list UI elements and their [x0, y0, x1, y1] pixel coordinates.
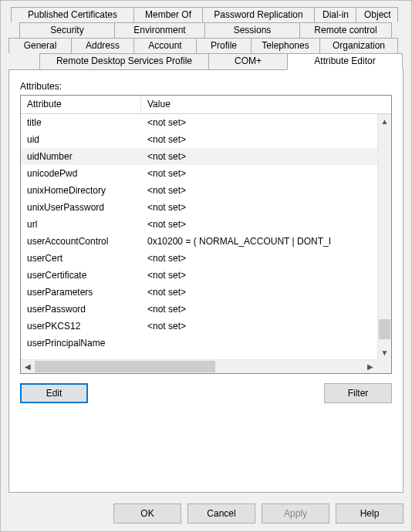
tab-dial-in[interactable]: Dial-in: [314, 7, 356, 22]
listview-body[interactable]: title<not set>uid<not set>uidNumber<not …: [21, 114, 377, 359]
help-button[interactable]: Help: [336, 503, 404, 524]
table-row[interactable]: unixUserPassword<not set>: [21, 199, 377, 216]
apply-button[interactable]: Apply: [262, 503, 329, 524]
horizontal-scrollbar[interactable]: ◀ ▶: [21, 359, 377, 373]
table-row[interactable]: userCert<not set>: [21, 250, 377, 267]
value-cell: <not set>: [141, 168, 377, 179]
attribute-cell: userPKCS12: [21, 321, 141, 332]
tab-strip: Published Certificates Member Of Passwor…: [8, 7, 404, 70]
tab-environment[interactable]: Environment: [114, 22, 205, 38]
tab-address[interactable]: Address: [71, 38, 134, 53]
value-cell: <not set>: [141, 270, 377, 281]
value-cell: 0x10200 = ( NORMAL_ACCOUNT | DONT_I: [141, 236, 377, 247]
scroll-up-icon[interactable]: ▲: [378, 114, 391, 128]
value-cell: <not set>: [141, 117, 377, 128]
tab-published-certificates[interactable]: Published Certificates: [11, 7, 134, 22]
tab-sessions[interactable]: Sessions: [204, 22, 300, 38]
attribute-cell: title: [21, 117, 141, 128]
scroll-right-icon[interactable]: ▶: [363, 360, 377, 373]
tab-general[interactable]: General: [8, 38, 72, 53]
attribute-cell: unixUserPassword: [21, 202, 141, 213]
value-cell: <not set>: [141, 134, 377, 145]
table-row[interactable]: url<not set>: [21, 216, 377, 233]
attribute-cell: userParameters: [21, 287, 141, 298]
edit-button[interactable]: Edit: [20, 383, 88, 403]
scrollbar-corner: [377, 359, 391, 373]
tab-password-replication[interactable]: Password Replication: [202, 7, 315, 22]
attribute-cell: uidNumber: [21, 151, 141, 162]
table-row[interactable]: unixHomeDirectory<not set>: [21, 182, 377, 199]
vertical-scroll-track[interactable]: [378, 128, 391, 345]
table-row[interactable]: unicodePwd<not set>: [21, 165, 377, 182]
table-row[interactable]: userParameters<not set>: [21, 284, 377, 301]
value-cell: <not set>: [141, 185, 377, 196]
tab-profile[interactable]: Profile: [196, 38, 252, 53]
tab-member-of[interactable]: Member Of: [133, 7, 203, 22]
attributes-listview[interactable]: Attribute Value title<not set>uid<not se…: [20, 95, 392, 374]
table-row[interactable]: userAccountControl0x10200 = ( NORMAL_ACC…: [21, 233, 377, 250]
listview-header[interactable]: Attribute Value: [21, 96, 391, 114]
value-cell: <not set>: [141, 151, 377, 162]
vertical-scroll-thumb[interactable]: [379, 319, 390, 339]
tab-remote-desktop-services-profile[interactable]: Remote Desktop Services Profile: [39, 53, 209, 70]
table-row[interactable]: userPrincipalName: [21, 335, 377, 352]
attributes-label: Attributes:: [20, 81, 392, 92]
attribute-cell: userPrincipalName: [21, 338, 141, 348]
attribute-editor-panel: Attributes: Attribute Value title<not se…: [8, 69, 404, 493]
table-row[interactable]: uidNumber<not set>: [21, 148, 377, 165]
tab-account[interactable]: Account: [133, 38, 197, 53]
dialog-button-row: OK Cancel Apply Help: [8, 503, 404, 524]
horizontal-scroll-thumb[interactable]: [35, 361, 215, 372]
table-row[interactable]: userPassword<not set>: [21, 301, 377, 318]
tab-com-plus[interactable]: COM+: [208, 53, 288, 70]
attribute-cell: url: [21, 219, 141, 230]
tab-telephones[interactable]: Telephones: [251, 38, 320, 53]
value-cell: <not set>: [141, 304, 377, 315]
filter-button[interactable]: Filter: [324, 383, 392, 403]
tab-object[interactable]: Object: [356, 7, 398, 22]
attribute-cell: userCert: [21, 253, 141, 264]
ok-button[interactable]: OK: [113, 503, 181, 524]
properties-dialog: Published Certificates Member Of Passwor…: [0, 0, 412, 532]
tab-security[interactable]: Security: [19, 22, 115, 38]
cancel-button[interactable]: Cancel: [187, 503, 255, 524]
value-cell: <not set>: [141, 287, 377, 298]
table-row[interactable]: userPKCS12<not set>: [21, 318, 377, 335]
value-cell: <not set>: [141, 202, 377, 213]
value-cell: <not set>: [141, 219, 377, 230]
scroll-left-icon[interactable]: ◀: [21, 360, 35, 373]
attribute-cell: uid: [21, 134, 141, 145]
horizontal-scroll-track[interactable]: [35, 360, 363, 373]
attribute-cell: unicodePwd: [21, 168, 141, 179]
value-cell: <not set>: [141, 253, 377, 264]
attribute-cell: userPassword: [21, 304, 141, 315]
tab-organization[interactable]: Organization: [319, 38, 398, 53]
tab-remote-control[interactable]: Remote control: [299, 22, 392, 38]
table-row[interactable]: title<not set>: [21, 114, 377, 131]
attribute-cell: unixHomeDirectory: [21, 185, 141, 196]
column-header-value[interactable]: Value: [141, 96, 391, 113]
attribute-cell: userAccountControl: [21, 236, 141, 247]
table-row[interactable]: userCertificate<not set>: [21, 267, 377, 284]
attribute-cell: userCertificate: [21, 270, 141, 281]
table-row[interactable]: uid<not set>: [21, 131, 377, 148]
scroll-down-icon[interactable]: ▼: [378, 345, 391, 359]
column-header-attribute[interactable]: Attribute: [21, 96, 141, 113]
panel-button-row: Edit Filter: [20, 383, 392, 403]
vertical-scrollbar[interactable]: ▲ ▼: [377, 114, 391, 359]
value-cell: <not set>: [141, 321, 377, 332]
tab-attribute-editor[interactable]: Attribute Editor: [287, 53, 403, 70]
